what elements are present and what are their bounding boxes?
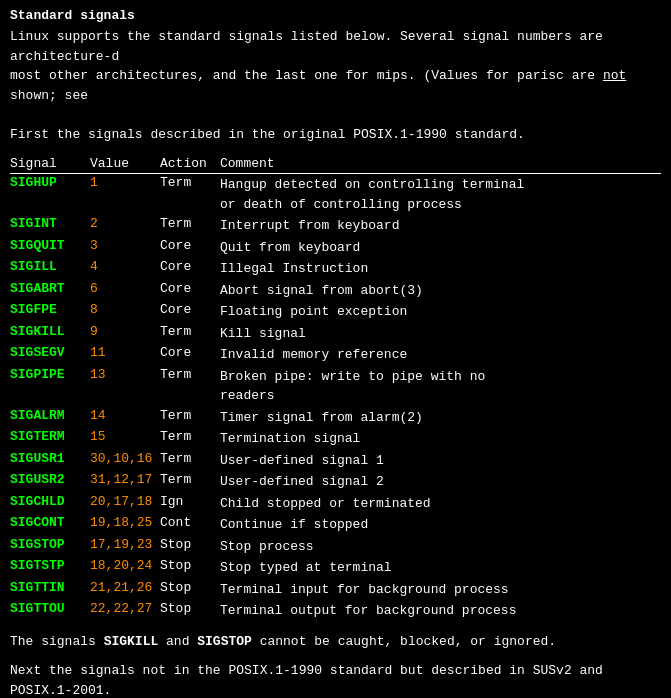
signal-comment: Timer signal from alarm(2) <box>220 407 661 429</box>
signal-action: Core <box>160 237 220 259</box>
signal-value: 13 <box>90 366 160 407</box>
signal-comment: Quit from keyboard <box>220 237 661 259</box>
signal-comment: Illegal Instruction <box>220 258 661 280</box>
table-header-row: Signal Value Action Comment <box>10 154 661 174</box>
signal-value: 11 <box>90 344 160 366</box>
table-row: SIGHUP1TermHangup detected on controllin… <box>10 174 661 216</box>
signal-name: SIGSEGV <box>10 344 90 366</box>
signal-comment: Child stopped or terminated <box>220 493 661 515</box>
signal-action: Stop <box>160 536 220 558</box>
table-row: SIGSTOP17,19,23StopStop process <box>10 536 661 558</box>
signal-comment: User-defined signal 1 <box>220 450 661 472</box>
signal-name: SIGALRM <box>10 407 90 429</box>
signal-name: SIGTSTP <box>10 557 90 579</box>
signal-action: Stop <box>160 557 220 579</box>
header-comment: Comment <box>220 154 661 174</box>
signal-value: 1 <box>90 174 160 216</box>
signal-comment: Stop process <box>220 536 661 558</box>
signal-action: Core <box>160 258 220 280</box>
signal-comment: Hangup detected on controlling terminalo… <box>220 174 661 216</box>
signal-comment: Broken pipe: write to pipe with noreader… <box>220 366 661 407</box>
signal-value: 2 <box>90 215 160 237</box>
signal-action: Term <box>160 174 220 216</box>
signal-value: 8 <box>90 301 160 323</box>
signal-comment: Invalid memory reference <box>220 344 661 366</box>
signal-action: Term <box>160 428 220 450</box>
signal-name: SIGCONT <box>10 514 90 536</box>
signal-comment: Interrupt from keyboard <box>220 215 661 237</box>
signal-comment: Termination signal <box>220 428 661 450</box>
signal-name: SIGSTOP <box>10 536 90 558</box>
signal-action: Term <box>160 450 220 472</box>
table-row: SIGTTIN21,21,26StopTerminal input for ba… <box>10 579 661 601</box>
signal-name: SIGILL <box>10 258 90 280</box>
table-row: SIGUSR231,12,17TermUser-defined signal 2 <box>10 471 661 493</box>
table-row: SIGALRM14TermTimer signal from alarm(2) <box>10 407 661 429</box>
signal-value: 14 <box>90 407 160 429</box>
signal-action: Ign <box>160 493 220 515</box>
signal-name: SIGUSR2 <box>10 471 90 493</box>
intro-line-1: Linux supports the standard signals list… <box>10 27 661 66</box>
signal-name: SIGUSR1 <box>10 450 90 472</box>
table-row: SIGFPE8CoreFloating point exception <box>10 301 661 323</box>
table-row: SIGABRT6CoreAbort signal from abort(3) <box>10 280 661 302</box>
signal-value: 31,12,17 <box>90 471 160 493</box>
notice-1: The signals SIGKILL and SIGSTOP cannot b… <box>10 632 661 652</box>
table-row: SIGTERM15TermTermination signal <box>10 428 661 450</box>
intro-paragraph: Linux supports the standard signals list… <box>10 27 661 144</box>
table-row: SIGCHLD20,17,18IgnChild stopped or termi… <box>10 493 661 515</box>
section2-intro: Next the signals not in the POSIX.1-1990… <box>10 661 661 698</box>
signal-action: Term <box>160 471 220 493</box>
signal-action: Term <box>160 323 220 345</box>
intro-line-4: First the signals described in the origi… <box>10 125 661 145</box>
signal-value: 17,19,23 <box>90 536 160 558</box>
signal-value: 30,10,16 <box>90 450 160 472</box>
signal-action: Core <box>160 344 220 366</box>
signal-comment: Abort signal from abort(3) <box>220 280 661 302</box>
signal-value: 15 <box>90 428 160 450</box>
signal-name: SIGTTIN <box>10 579 90 601</box>
signal-action: Term <box>160 407 220 429</box>
signal-comment: Kill signal <box>220 323 661 345</box>
signal-action: Stop <box>160 600 220 622</box>
signal-comment: Terminal output for background process <box>220 600 661 622</box>
signal-comment: User-defined signal 2 <box>220 471 661 493</box>
signal-value: 4 <box>90 258 160 280</box>
signal-comment: Stop typed at terminal <box>220 557 661 579</box>
header-action: Action <box>160 154 220 174</box>
table-row: SIGINT2TermInterrupt from keyboard <box>10 215 661 237</box>
signal-value: 3 <box>90 237 160 259</box>
signal-value: 9 <box>90 323 160 345</box>
signal-name: SIGCHLD <box>10 493 90 515</box>
signal-value: 20,17,18 <box>90 493 160 515</box>
table-row: SIGTSTP18,20,24StopStop typed at termina… <box>10 557 661 579</box>
page-title: Standard signals <box>10 8 661 23</box>
signal-name: SIGHUP <box>10 174 90 216</box>
table-row: SIGPIPE13TermBroken pipe: write to pipe … <box>10 366 661 407</box>
signal-name: SIGTERM <box>10 428 90 450</box>
page-container: Standard signals Linux supports the stan… <box>10 8 661 698</box>
table-row: SIGKILL9TermKill signal <box>10 323 661 345</box>
header-signal: Signal <box>10 154 90 174</box>
signal-action: Stop <box>160 579 220 601</box>
signal-name: SIGQUIT <box>10 237 90 259</box>
signal-name: SIGTTOU <box>10 600 90 622</box>
signal-name: SIGABRT <box>10 280 90 302</box>
signal-comment: Continue if stopped <box>220 514 661 536</box>
signal-action: Core <box>160 280 220 302</box>
table-row: SIGILL4CoreIllegal Instruction <box>10 258 661 280</box>
header-value: Value <box>90 154 160 174</box>
signal-value: 6 <box>90 280 160 302</box>
signal-value: 19,18,25 <box>90 514 160 536</box>
signal-action: Term <box>160 215 220 237</box>
signal-table-1: Signal Value Action Comment SIGHUP1TermH… <box>10 154 661 622</box>
signal-name: SIGINT <box>10 215 90 237</box>
table-row: SIGCONT19,18,25ContContinue if stopped <box>10 514 661 536</box>
table-row: SIGUSR130,10,16TermUser-defined signal 1 <box>10 450 661 472</box>
signal-value: 18,20,24 <box>90 557 160 579</box>
signal-name: SIGPIPE <box>10 366 90 407</box>
signal-name: SIGFPE <box>10 301 90 323</box>
signal-action: Core <box>160 301 220 323</box>
signal-value: 21,21,26 <box>90 579 160 601</box>
signal-value: 22,22,27 <box>90 600 160 622</box>
